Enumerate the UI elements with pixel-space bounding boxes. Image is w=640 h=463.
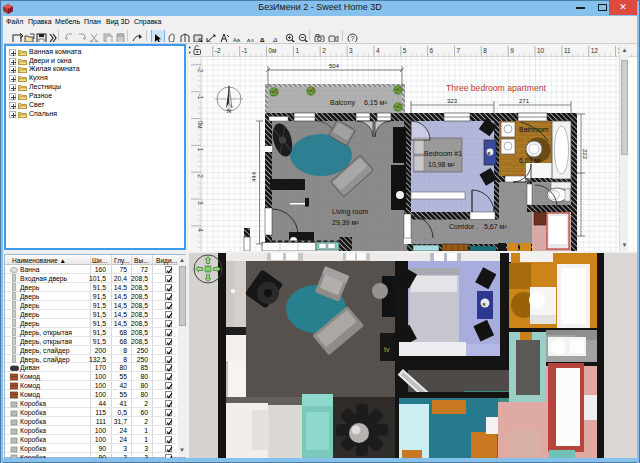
svg-text:6,03 м²: 6,03 м² (519, 157, 542, 164)
svg-text:11: 11 (564, 47, 571, 54)
svg-text:Corridor: Corridor (449, 223, 475, 230)
svg-text:-1: -1 (242, 47, 248, 54)
svg-text:1: 1 (295, 47, 299, 54)
svg-text:6,15 м²: 6,15 м² (364, 99, 387, 106)
svg-text:444: 444 (251, 171, 257, 182)
svg-text:Living room: Living room (332, 208, 368, 216)
svg-text:8: 8 (483, 47, 487, 54)
svg-text:3: 3 (349, 47, 353, 54)
svg-text:7: 7 (457, 47, 461, 54)
svg-text:tv: tv (384, 346, 390, 353)
svg-text:в: в (483, 301, 486, 307)
svg-text:10,98 м²: 10,98 м² (428, 161, 455, 168)
svg-text:4: 4 (376, 47, 380, 54)
svg-text:-2: -2 (197, 67, 204, 73)
svg-text:Balcony: Balcony (330, 99, 355, 107)
svg-text:29,39 м²: 29,39 м² (332, 219, 359, 226)
svg-text:12: 12 (591, 47, 599, 54)
svg-text:Bedroom #1: Bedroom #1 (424, 150, 462, 157)
svg-text:6: 6 (430, 47, 434, 54)
svg-text:N: N (227, 107, 232, 115)
svg-text:-2: -2 (215, 47, 221, 54)
svg-text:9: 9 (510, 47, 514, 54)
svg-text:5,67 м²: 5,67 м² (484, 223, 507, 230)
svg-text:Three bedroom apartment: Three bedroom apartment (446, 83, 546, 93)
svg-text:0м: 0м (197, 121, 204, 130)
svg-text:323: 323 (447, 98, 458, 104)
svg-text:?: ? (351, 35, 355, 42)
svg-text:Bathroom: Bathroom (519, 126, 549, 133)
svg-text:0м: 0м (269, 47, 278, 54)
svg-text:222: 222 (582, 149, 588, 160)
svg-text:в: в (487, 150, 490, 156)
svg-text:5: 5 (403, 47, 407, 54)
svg-text:2: 2 (322, 47, 326, 54)
svg-text:10: 10 (537, 47, 545, 54)
svg-text:271: 271 (519, 98, 530, 104)
svg-text:504: 504 (329, 63, 340, 69)
